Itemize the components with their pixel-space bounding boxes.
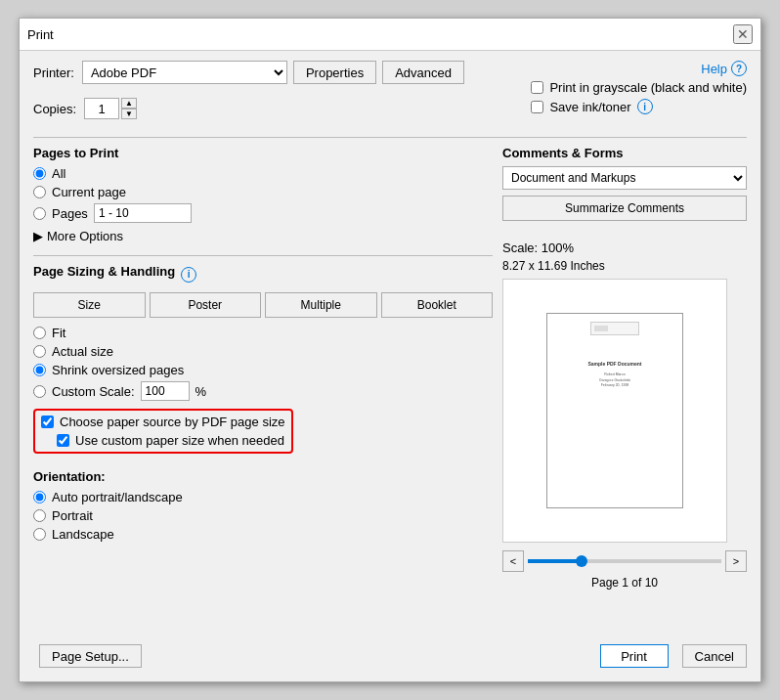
summarize-button[interactable]: Summarize Comments [502,196,747,221]
preview-box: Sample PDF Document Robert Maron Grzegor… [502,279,727,543]
preview-header-small [594,326,608,331]
poster-button[interactable]: Poster [150,292,262,318]
custom-scale-row: Custom Scale: % [33,381,493,401]
size-button[interactable]: Size [33,292,146,318]
preview-title: Sample PDF Document [587,361,641,367]
booklet-button[interactable]: Booklet [381,292,494,318]
portrait-label: Portrait [52,508,93,523]
choose-paper-row: Choose paper source by PDF page size [41,415,285,429]
copies-label: Copies: [33,102,76,116]
scale-value-input[interactable] [141,381,190,401]
auto-radio[interactable] [33,491,46,503]
choose-paper-checkbox[interactable] [41,416,54,428]
fit-label: Fit [52,326,65,340]
comments-forms-section: Comments & Forms Document and Markups Su… [502,146,747,231]
copies-down[interactable]: ▼ [121,109,137,119]
pages-radio[interactable] [33,207,46,220]
actual-size-radio[interactable] [33,345,46,358]
grayscale-label: Print in grayscale (black and white) [549,80,747,95]
preview-header-bar [590,322,639,335]
pages-radio-group: All Current page Pages [33,166,493,223]
print-button[interactable]: Print [600,644,669,668]
main-area: Pages to Print All Current page Pages [33,146,747,597]
save-ink-checkbox[interactable] [531,101,543,113]
percent-label: % [195,384,207,399]
page-info: Page 1 of 10 [502,576,747,590]
page-slider[interactable] [528,559,721,563]
comments-forms-title: Comments & Forms [502,146,747,160]
more-options-toggle[interactable]: ▶ More Options [33,229,493,243]
shrink-radio[interactable] [33,364,46,376]
paper-source-group: Choose paper source by PDF page size Use… [33,409,293,454]
left-panel: Pages to Print All Current page Pages [33,146,493,597]
all-radio[interactable] [33,167,46,180]
sizing-buttons: Size Poster Multiple Booklet [33,292,493,318]
cancel-button[interactable]: Cancel [682,644,747,668]
use-custom-label: Use custom paper size when needed [75,433,284,448]
pages-range-input[interactable] [94,203,192,223]
custom-scale-radio[interactable] [33,385,46,398]
printer-label: Printer: [33,66,74,80]
slider-thumb [576,555,587,567]
multiple-button[interactable]: Multiple [265,292,377,318]
all-label: All [52,166,65,181]
current-label: Current page [52,185,126,199]
help-label: Help [701,62,727,76]
choose-paper-label: Choose paper source by PDF page size [60,415,285,429]
pages-label: Pages [52,206,88,221]
dialog-body: Printer: Adobe PDF Properties Advanced C… [20,51,760,607]
portrait-radio-row: Portrait [33,508,493,523]
right-panel: Comments & Forms Document and Markups Su… [502,146,747,597]
current-radio[interactable] [33,186,46,198]
properties-button[interactable]: Properties [293,61,376,84]
next-page-button[interactable]: > [725,550,747,572]
shrink-radio-row: Shrink oversized pages [33,363,493,377]
top-options: Print in grayscale (black and white) Sav… [531,80,747,114]
sizing-section-title: Page Sizing & Handling [33,264,175,279]
divider [33,137,747,138]
copies-input[interactable]: 1 [84,98,119,119]
orientation-radio-group: Auto portrait/landscape Portrait Landsca… [33,490,493,542]
dimensions-text: 8.27 x 11.69 Inches [502,259,747,273]
pages-section-title: Pages to Print [33,146,493,160]
scale-text: Scale: 100% [502,241,747,255]
sizing-info-icon[interactable]: i [181,267,196,283]
copies-up[interactable]: ▲ [121,98,137,109]
fit-radio[interactable] [33,327,46,339]
fit-radio-row: Fit [33,326,493,340]
pages-radio-row: Pages [33,203,493,223]
printer-select[interactable]: Adobe PDF [82,61,287,84]
landscape-radio-row: Landscape [33,527,493,542]
grayscale-checkbox[interactable] [531,81,543,94]
landscape-label: Landscape [52,527,114,542]
sizing-radio-group: Fit Actual size Shrink oversized pages [33,326,493,401]
orientation-title: Orientation: [33,469,493,484]
actual-size-radio-row: Actual size [33,344,493,359]
shrink-label: Shrink oversized pages [52,363,184,377]
use-custom-checkbox[interactable] [57,434,69,447]
more-options-arrow: ▶ [33,229,43,243]
dialog-title: Print [27,27,54,42]
comments-select[interactable]: Document and Markups [502,166,747,190]
page-setup-button[interactable]: Page Setup... [39,644,142,668]
auto-radio-row: Auto portrait/landscape [33,490,493,504]
current-radio-row: Current page [33,185,493,199]
copies-row: Copies: 1 ▲ ▼ [33,98,513,119]
sizing-header: Page Sizing & Handling i [33,264,493,284]
save-ink-info-icon[interactable]: i [637,99,653,114]
help-link[interactable]: Help ? [701,61,747,76]
portrait-radio[interactable] [33,509,46,522]
more-options-label: More Options [47,229,123,243]
help-icon: ? [731,61,747,76]
print-dialog: Print ✕ Printer: Adobe PDF Properties Ad… [19,18,761,682]
close-button[interactable]: ✕ [733,24,753,44]
page-sizing-section: Page Sizing & Handling i Size Poster Mul… [33,264,493,458]
landscape-radio[interactable] [33,528,46,541]
prev-page-button[interactable]: < [502,550,524,572]
all-radio-row: All [33,166,493,181]
nav-bar: < > [502,550,747,572]
advanced-button[interactable]: Advanced [382,61,464,84]
use-custom-row: Use custom paper size when needed [57,433,285,448]
auto-label: Auto portrait/landscape [52,490,183,504]
preview-page: Sample PDF Document Robert Maron Grzegor… [546,313,683,508]
